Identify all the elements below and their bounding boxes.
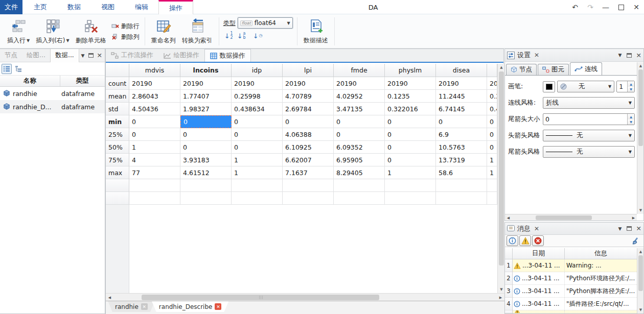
settings-hscroll-thumb[interactable] xyxy=(536,215,592,220)
cell-lpi-min[interactable]: 0 xyxy=(283,115,334,128)
grid-hscroll-thumb[interactable] xyxy=(142,295,379,300)
cell-fmde-mean[interactable]: 4.02952 xyxy=(334,90,385,103)
cell-clipped-50%[interactable]: 0 xyxy=(487,141,497,154)
chevron-down-icon[interactable]: ▼ xyxy=(618,226,622,231)
cell-physlm-75%[interactable]: 0 xyxy=(385,154,436,166)
column-header-physlm[interactable]: physlm xyxy=(385,64,436,77)
tail-arrow-style-dropdown[interactable]: 无 ▼ xyxy=(543,146,635,158)
rename-col-button[interactable]: 重命名列 xyxy=(148,15,179,47)
float-panel-icon[interactable] xyxy=(88,53,94,58)
cell-physlm-std[interactable]: 0.322016 xyxy=(385,103,436,115)
cell-empty[interactable] xyxy=(232,192,283,205)
dataframe-row-randhie_D...[interactable]: randhie_D...dataframe xyxy=(0,100,105,113)
cell-mdvis-std[interactable]: 4.50436 xyxy=(129,103,180,115)
maximize-button[interactable] xyxy=(613,0,629,14)
left-tab-数据...[interactable]: 数据... xyxy=(50,49,79,62)
cell-lpi-mean[interactable]: 4.70789 xyxy=(283,90,334,103)
cell-lncoins-min[interactable]: 0 xyxy=(180,115,232,128)
cell-lpi-75%[interactable]: 6.62007 xyxy=(283,154,334,166)
cell-lpi-max[interactable]: 7.1637 xyxy=(283,166,334,179)
date-column-header[interactable]: 日期 xyxy=(513,248,565,259)
cell-lpi-25%[interactable]: 4.06388 xyxy=(283,128,334,141)
row-header-max[interactable]: max xyxy=(106,166,129,179)
cell-disea-min[interactable]: 0 xyxy=(436,115,487,128)
sort-time-button[interactable]: ↓◷ xyxy=(253,32,263,40)
cell-mdvis-mean[interactable]: 2.86043 xyxy=(129,90,180,103)
cell-clipped-min[interactable]: 0 xyxy=(487,115,497,128)
cell-physlm-mean[interactable]: 0.1235 xyxy=(385,90,436,103)
close-icon[interactable]: ✕ xyxy=(534,225,539,232)
message-row-4[interactable]: 4...3-04-11 ..."插件路径:E:/src/qt/... xyxy=(505,298,637,310)
scroll-up-icon[interactable]: ▲ xyxy=(498,64,505,71)
cell-empty[interactable] xyxy=(436,179,487,192)
cell-empty[interactable] xyxy=(129,179,180,192)
insert-col-button[interactable]: 插入列(右)▼ xyxy=(33,15,73,47)
float-panel-icon[interactable] xyxy=(627,53,632,58)
row-header-empty[interactable] xyxy=(106,192,129,205)
type-column-header[interactable]: 类型 xyxy=(60,76,104,86)
cell-physlm-count[interactable]: 20190 xyxy=(385,77,436,90)
column-header-lncoins[interactable]: lncoins xyxy=(180,64,232,77)
filter-info-button[interactable] xyxy=(507,235,518,246)
cell-clipped-std[interactable]: 0.48 xyxy=(487,103,497,115)
message-row-3[interactable]: 3...3-04-11 ..."Python脚本路径为E:/... xyxy=(505,285,637,298)
cell-lncoins-max[interactable]: 4.61512 xyxy=(180,166,232,179)
cell-empty[interactable] xyxy=(334,192,385,205)
cell-lpi-count[interactable]: 20190 xyxy=(283,77,334,90)
name-column-header[interactable]: 名称 xyxy=(0,76,60,86)
pen-style-dropdown[interactable]: 无 ▼ xyxy=(557,81,614,92)
float-panel-icon[interactable] xyxy=(627,226,632,231)
cell-mdvis-max[interactable]: 77 xyxy=(129,166,180,179)
close-icon[interactable]: ✕ xyxy=(534,52,539,59)
cell-fmde-75%[interactable]: 6.95905 xyxy=(334,154,385,166)
cell-idp-std[interactable]: 0.438634 xyxy=(232,103,283,115)
cell-fmde-count[interactable]: 20190 xyxy=(334,77,385,90)
menu-item-主页[interactable]: 主页 xyxy=(24,0,57,14)
cell-fmde-25%[interactable]: 0 xyxy=(334,128,385,141)
cell-empty[interactable] xyxy=(283,179,334,192)
cell-idp-min[interactable]: 0 xyxy=(232,115,283,128)
workspace-tab-数据操作[interactable]: 数据操作 xyxy=(204,49,251,62)
line-style-dropdown[interactable]: 折线 ▼ xyxy=(543,97,635,109)
cell-empty[interactable] xyxy=(436,192,487,205)
cell-clipped-max[interactable]: 1 xyxy=(487,166,497,179)
cell-disea-75%[interactable]: 13.7319 xyxy=(436,154,487,166)
scroll-right-icon[interactable]: ▶ xyxy=(630,214,637,221)
cell-mdvis-50%[interactable]: 1 xyxy=(129,141,180,154)
close-icon[interactable]: ✕ xyxy=(636,52,641,59)
sheet-tab-randhie[interactable]: randhie✕ xyxy=(108,301,155,312)
tree-view-button[interactable] xyxy=(13,64,24,74)
menu-item-视图[interactable]: 视图 xyxy=(91,0,125,14)
grid-corner-cell[interactable] xyxy=(106,64,129,77)
sort-numeric-button[interactable]: ↓12 xyxy=(224,32,233,40)
to-index-button[interactable]: 转换为索引 xyxy=(179,15,216,47)
spin-up-icon[interactable]: ▲ xyxy=(628,114,634,119)
filter-error-button[interactable] xyxy=(532,235,544,246)
delete-cell-button[interactable]: 删除单元格 xyxy=(73,15,109,47)
cell-physlm-25%[interactable]: 0 xyxy=(385,128,436,141)
cell-lpi-std[interactable]: 2.69784 xyxy=(283,103,334,115)
filter-warning-button[interactable] xyxy=(519,235,531,246)
cell-disea-mean[interactable]: 11.2445 xyxy=(436,90,487,103)
sort-alpha-button[interactable]: ↓ab xyxy=(237,32,246,40)
cell-empty[interactable] xyxy=(129,192,180,205)
message-row-1[interactable]: 1...3-04-11 ...Warning: ... xyxy=(505,259,637,272)
cell-empty[interactable] xyxy=(385,192,436,205)
insert-row-button[interactable]: 插入行▼ xyxy=(4,15,33,47)
left-tab-节点[interactable]: 节点 xyxy=(0,49,22,62)
spin-up-icon[interactable]: ▲ xyxy=(628,81,634,87)
settings-horizontal-scrollbar[interactable]: ◀ ▶ xyxy=(505,214,637,221)
messages-vscroll-thumb[interactable] xyxy=(638,255,643,291)
tab-primitive[interactable]: 图元 xyxy=(538,64,569,75)
column-header-mdvis[interactable]: mdvis xyxy=(129,64,180,77)
cell-empty[interactable] xyxy=(283,192,334,205)
cell-idp-75%[interactable]: 1 xyxy=(232,154,283,166)
message-row-partial[interactable] xyxy=(505,310,637,313)
delete-row-button[interactable]: 删除行 xyxy=(111,22,140,31)
cell-lncoins-75%[interactable]: 3.93183 xyxy=(180,154,232,166)
delete-col-button[interactable]: 删除列 xyxy=(111,33,140,41)
row-header-empty[interactable] xyxy=(106,179,129,192)
row-header-50%[interactable]: 50% xyxy=(106,141,129,154)
cell-disea-50%[interactable]: 10.5763 xyxy=(436,141,487,154)
cell-lncoins-count[interactable]: 20190 xyxy=(180,77,232,90)
